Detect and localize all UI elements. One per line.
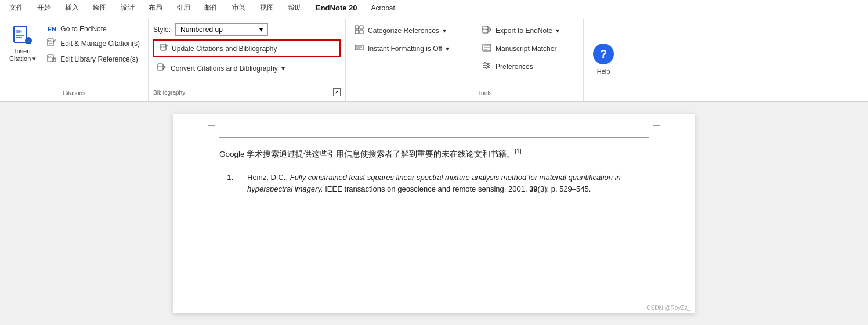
help-label: Help [597,68,610,75]
document-area: Google 学术搜索通过提供这些引用信息使搜索者了解到重要的未在线论文和书籍。… [0,102,868,325]
menu-help[interactable]: 帮助 [285,2,304,14]
menu-file[interactable]: 文件 [7,2,26,14]
menu-bar: 文件 开始 插入 绘图 设计 布局 引用 邮件 审阅 视图 帮助 EndNote… [0,0,868,16]
ref-volume-1: 39 [529,185,537,193]
svg-text:EN: EN [158,65,162,68]
edit-manage-button[interactable]: EN Edit & Manage Citation(s) [43,36,143,50]
svg-text:EN: EN [483,27,487,31]
menu-review[interactable]: 审阅 [230,2,248,14]
insert-citation-dropdown[interactable]: ▾ [32,55,36,62]
svg-text:EN: EN [16,30,22,34]
citations-group-label: Citations [5,89,143,99]
manuscript-label: Manuscript Matcher [496,45,556,53]
export-label: Export to EndNote [496,27,552,35]
citation-sentence: Google 学术搜索通过提供这些引用信息使搜索者了解到重要的未在线论文和书籍。 [219,150,515,158]
insert-citation-icon: EN + [11,23,34,46]
categorize-dropdown-icon: ▾ [443,27,446,35]
page: Google 学术搜索通过提供这些引用信息使搜索者了解到重要的未在线论文和书籍。… [173,114,695,313]
ref-number-1: 1. [219,172,233,194]
menu-endnote[interactable]: EndNote 20 [313,2,360,13]
edit-library-button[interactable]: EN Edit Library Reference(s) [43,52,143,66]
reference-item-1: 1. Heinz, D.C., Fully constrained least … [219,172,649,194]
svg-text:EN: EN [48,55,52,59]
export-endnote-button[interactable]: EN Export to EndNote ▾ [478,23,578,38]
preferences-label: Preferences [496,63,533,71]
svg-point-35 [487,65,489,67]
ribbon: EN + InsertCitation ▾ EN Go to EndNote [0,16,868,102]
ref-journal-1: IEEE transactions on geoscience and remo… [325,185,529,193]
page-content: Google 学术搜索通过提供这些引用信息使搜索者了解到重要的未在线论文和书籍。… [219,137,649,194]
go-to-endnote-button[interactable]: EN Go to EndNote [43,23,143,35]
export-icon: EN [482,25,492,36]
edit-manage-icon: EN [46,38,57,49]
watermark: CSDN @RoyZz_ [646,305,690,311]
svg-rect-0 [14,26,27,42]
citations-btn-list: EN Go to EndNote EN Edit & Mana [43,21,143,68]
manuscript-matcher-button[interactable]: Manuscript Matcher [478,41,578,56]
edit-library-label: Edit Library Reference(s) [60,55,138,63]
update-citations-label: Update Citations and Bibliography [172,45,277,53]
style-label: Style: [153,26,171,34]
update-icon: EN [160,44,168,53]
help-icon: ? [593,44,614,64]
menu-start[interactable]: 开始 [35,2,53,14]
edit-library-icon: EN [46,53,57,64]
go-to-endnote-label: Go to EndNote [60,25,106,33]
menu-insert[interactable]: 插入 [63,2,81,14]
style-value: Numbered up [180,26,223,34]
reference-list: 1. Heinz, D.C., Fully constrained least … [219,172,649,194]
ref-text-1: Heinz, D.C., Fully constrained least squ… [247,172,649,194]
categorize-label: Categorize References [368,27,439,35]
menu-view[interactable]: 视图 [258,2,276,14]
citation-mark: [1] [515,148,521,154]
svg-rect-18 [360,26,363,29]
convert-dropdown-icon: ▾ [281,64,285,73]
svg-rect-20 [360,30,363,34]
preferences-icon [482,61,492,72]
svg-text:+: + [27,38,30,44]
citation-paragraph: Google 学术搜索通过提供这些引用信息使搜索者了解到重要的未在线论文和书籍。… [219,137,649,160]
svg-point-36 [486,67,487,69]
ribbon-group-bibliography: Style: Numbered up ▾ EN U [149,19,346,101]
insert-citation-label: InsertCitation ▾ [9,48,36,63]
categorize-references-button[interactable]: Categorize References ▾ [350,23,468,38]
style-dropdown-icon: ▾ [259,26,263,34]
svg-rect-21 [355,45,363,50]
convert-citations-label: Convert Citations and Bibliography [171,64,278,73]
ribbon-group-citations: EN + InsertCitation ▾ EN Go to EndNote [0,19,149,101]
ref-author-1: Heinz, D.C., [247,173,288,182]
menu-draw[interactable]: 绘图 [91,2,109,14]
menu-design[interactable]: 设计 [118,2,137,14]
convert-icon: EN [157,63,167,74]
menu-acrobat[interactable]: Acrobat [369,3,397,13]
style-row: Style: Numbered up ▾ [153,23,341,36]
instant-formatting-icon [354,43,364,54]
export-dropdown-icon: ▾ [556,27,559,35]
convert-citations-button[interactable]: EN Convert Citations and Bibliography ▾ [153,61,341,75]
manuscript-icon [482,43,492,54]
svg-text:EN: EN [48,39,52,43]
edit-manage-label: Edit & Manage Citation(s) [60,39,140,48]
ribbon-group-categorize: Categorize References ▾ Instant Formatti… [346,19,473,101]
menu-reference[interactable]: 引用 [174,2,193,14]
svg-point-34 [484,63,486,64]
bibliography-group-label: Bibliography [153,89,333,96]
preferences-button[interactable]: Preferences [478,59,578,74]
svg-rect-17 [355,26,359,29]
insert-citation-button[interactable]: EN + InsertCitation ▾ [5,21,41,65]
go-to-endnote-icon: EN [46,26,57,32]
ribbon-group-tools: EN Export to EndNote ▾ [473,19,584,101]
bibliography-dialog-launcher[interactable]: ↗ [333,88,341,96]
update-citations-button[interactable]: EN Update Citations and Bibliography [153,39,341,57]
help-button[interactable]: ? Help [584,19,623,101]
instant-formatting-label: Instant Formatting is Off [368,45,442,53]
menu-layout[interactable]: 布局 [146,2,165,14]
margin-mark-top-right [653,125,660,132]
categorize-icon [354,25,364,36]
style-select[interactable]: Numbered up ▾ [175,23,268,36]
ref-issue-1: (3): p. 529–545. [538,185,591,193]
svg-text:EN: EN [161,45,165,48]
help-symbol: ? [600,48,607,61]
menu-mail[interactable]: 邮件 [202,2,220,14]
instant-formatting-button[interactable]: Instant Formatting is Off ▾ [350,41,468,56]
